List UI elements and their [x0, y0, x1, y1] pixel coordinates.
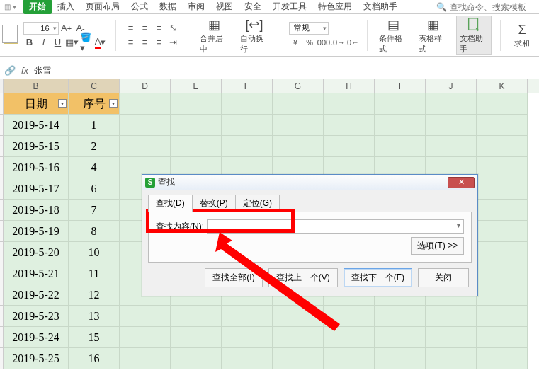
indent-icon[interactable]: ⇥	[166, 36, 179, 49]
tab-security[interactable]: 安全	[239, 0, 267, 14]
cell-seq[interactable]: 12	[69, 284, 120, 306]
cell[interactable]	[477, 306, 528, 327]
dialog-tab-replace[interactable]: 替换(P)	[192, 195, 236, 212]
align-top-icon[interactable]: ≡	[124, 22, 137, 35]
cell[interactable]	[324, 327, 375, 348]
link-icon[interactable]: 🔗	[4, 65, 16, 76]
cell-date[interactable]: 2019-5-18	[4, 200, 69, 221]
tab-pagelayout[interactable]: 页面布局	[80, 0, 125, 14]
conditional-format-button[interactable]: ▤ 条件格式	[376, 16, 410, 54]
find-all-button[interactable]: 查找全部(I)	[205, 268, 262, 287]
align-left-icon[interactable]: ≡	[124, 36, 137, 49]
col-header-F[interactable]: F	[222, 79, 273, 93]
cell[interactable]	[273, 93, 324, 115]
dialog-close-button[interactable]: 关闭	[418, 268, 469, 287]
command-search[interactable]: 🔍	[436, 2, 535, 12]
cell[interactable]	[375, 306, 426, 327]
cell[interactable]	[171, 115, 222, 136]
fill-color-icon[interactable]: 🪣▾	[80, 36, 93, 49]
cell[interactable]	[375, 136, 426, 157]
tab-devtools[interactable]: 开发工具	[267, 0, 312, 14]
comma-icon[interactable]: 000	[317, 36, 330, 49]
cell-date[interactable]: 2019-5-19	[4, 221, 69, 242]
cell[interactable]	[273, 306, 324, 327]
cell[interactable]	[477, 157, 528, 178]
cell[interactable]	[426, 136, 477, 157]
cell-date[interactable]: 2019-5-15	[4, 136, 69, 157]
dialog-titlebar[interactable]: S 查找 ✕	[142, 175, 477, 190]
tab-docassist[interactable]: 文档助手	[358, 0, 403, 14]
fx-icon[interactable]: fx	[21, 65, 28, 76]
cell[interactable]	[477, 348, 528, 369]
cell[interactable]	[477, 242, 528, 263]
cell-seq[interactable]: 15	[69, 327, 120, 348]
tab-data[interactable]: 数据	[154, 0, 182, 14]
cell[interactable]	[477, 115, 528, 136]
cell-date[interactable]: 2019-5-17	[4, 178, 69, 200]
cell[interactable]	[375, 327, 426, 348]
cell-date[interactable]: 2019-5-16	[4, 157, 69, 178]
align-middle-icon[interactable]: ≡	[138, 22, 151, 35]
cell-seq[interactable]: 7	[69, 200, 120, 221]
italic-icon[interactable]: I	[38, 36, 50, 49]
find-content-input[interactable]	[207, 219, 464, 234]
align-bottom-icon[interactable]: ≡	[152, 22, 165, 35]
wrap-text-button[interactable]: [↩] 自动换行	[237, 16, 271, 54]
number-format-select[interactable]: 常规	[289, 22, 329, 35]
command-search-input[interactable]	[450, 2, 535, 12]
cell[interactable]	[120, 348, 171, 369]
cell[interactable]	[120, 306, 171, 327]
cell-date[interactable]: 2019-5-23	[4, 306, 69, 327]
tab-view[interactable]: 视图	[210, 0, 239, 14]
cell[interactable]	[477, 327, 528, 348]
cell[interactable]	[324, 136, 375, 157]
underline-icon[interactable]: U	[52, 36, 64, 49]
merge-center-button[interactable]: ▦ 合并居中	[197, 16, 231, 54]
orientation-icon[interactable]: ⤡	[166, 22, 179, 35]
cell[interactable]	[324, 93, 375, 115]
cell-seq[interactable]: 8	[69, 221, 120, 242]
col-header-G[interactable]: G	[273, 79, 324, 93]
cell-seq[interactable]: 1	[69, 115, 120, 136]
table-style-button[interactable]: ▦ 表格样式	[416, 16, 450, 54]
cell-header-seq[interactable]: 序号▾	[69, 93, 120, 115]
tab-insert[interactable]: 插入	[52, 0, 80, 14]
cell-date[interactable]: 2019-5-14	[4, 115, 69, 136]
cell-date[interactable]: 2019-5-21	[4, 263, 69, 284]
cell[interactable]	[324, 348, 375, 369]
cell[interactable]	[324, 306, 375, 327]
cell[interactable]	[426, 327, 477, 348]
filter-icon[interactable]: ▾	[58, 99, 67, 108]
cell-seq[interactable]: 10	[69, 242, 120, 263]
cell-date[interactable]: 2019-5-25	[4, 348, 69, 369]
align-center-icon[interactable]: ≡	[138, 36, 151, 49]
col-header-H[interactable]: H	[324, 79, 375, 93]
cell-seq[interactable]: 6	[69, 178, 120, 200]
cell[interactable]	[375, 348, 426, 369]
cell[interactable]	[222, 93, 273, 115]
cell[interactable]	[120, 327, 171, 348]
cell[interactable]	[222, 115, 273, 136]
cell-header-date[interactable]: 日期▾	[4, 93, 69, 115]
cell[interactable]	[171, 348, 222, 369]
col-header-I[interactable]: I	[375, 79, 426, 93]
cell[interactable]	[120, 93, 171, 115]
cell[interactable]	[171, 306, 222, 327]
increase-font-icon[interactable]: A+	[60, 22, 73, 35]
cell[interactable]	[222, 306, 273, 327]
cell-date[interactable]: 2019-5-24	[4, 327, 69, 348]
col-header-B[interactable]: B	[4, 79, 69, 93]
cell[interactable]	[120, 115, 171, 136]
cell[interactable]	[426, 115, 477, 136]
tab-review[interactable]: 审阅	[182, 0, 210, 14]
cell[interactable]	[273, 136, 324, 157]
filter-icon[interactable]: ▾	[109, 99, 118, 108]
doc-assistant-button[interactable]: 文档助手	[456, 16, 492, 55]
cell[interactable]	[426, 348, 477, 369]
cell[interactable]	[477, 284, 528, 306]
cell-date[interactable]: 2019-5-22	[4, 284, 69, 306]
tab-formula[interactable]: 公式	[125, 0, 154, 14]
percent-icon[interactable]: %	[303, 36, 316, 49]
cell[interactable]	[273, 327, 324, 348]
sum-button[interactable]: Σ 求和	[509, 21, 535, 49]
